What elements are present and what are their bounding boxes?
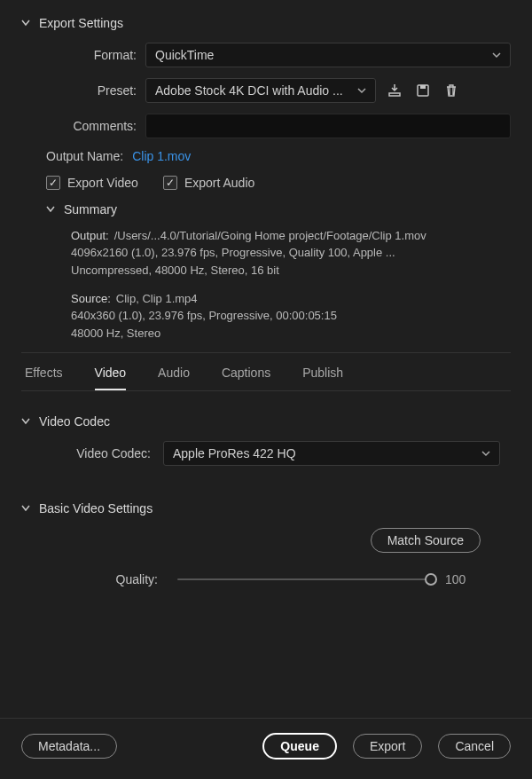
tab-publish[interactable]: Publish bbox=[302, 366, 343, 390]
twisty-icon[interactable] bbox=[21, 19, 30, 28]
format-row: Format: QuickTime bbox=[21, 43, 511, 67]
summary-output: Output:/Users/...4.0/Tutorial/Going Home… bbox=[21, 229, 511, 279]
twisty-icon[interactable] bbox=[21, 504, 30, 513]
preset-dropdown[interactable]: Adobe Stock 4K DCI with Audio ... bbox=[145, 78, 376, 103]
output-name-link[interactable]: Clip 1.mov bbox=[132, 149, 191, 163]
video-codec-header: Video Codec bbox=[21, 414, 511, 429]
comments-label: Comments: bbox=[21, 119, 145, 133]
quality-slider[interactable] bbox=[177, 578, 431, 580]
preset-label: Preset: bbox=[21, 83, 145, 98]
summary-header: Summary bbox=[21, 202, 511, 216]
chevron-down-icon bbox=[481, 449, 490, 458]
save-preset-icon[interactable] bbox=[413, 81, 433, 100]
svg-rect-1 bbox=[420, 85, 426, 89]
summary-output-label: Output: bbox=[71, 229, 109, 242]
chevron-down-icon bbox=[357, 86, 366, 95]
summary-source-label: Source: bbox=[71, 292, 111, 305]
tab-video[interactable]: Video bbox=[95, 366, 127, 390]
format-label: Format: bbox=[21, 48, 145, 62]
tab-audio[interactable]: Audio bbox=[158, 366, 190, 390]
video-codec-row: Video Codec: Apple ProRes 422 HQ bbox=[21, 441, 511, 466]
export-audio-checkbox[interactable]: Export Audio bbox=[163, 176, 254, 190]
checkbox-icon bbox=[163, 176, 177, 190]
format-value: QuickTime bbox=[155, 48, 214, 62]
output-name-row: Output Name: Clip 1.mov bbox=[21, 149, 511, 163]
delete-preset-icon[interactable] bbox=[442, 81, 461, 100]
export-audio-label: Export Audio bbox=[184, 176, 254, 190]
summary-source-line3: 48000 Hz, Stereo bbox=[71, 325, 511, 342]
basic-video-header: Basic Video Settings bbox=[21, 501, 511, 515]
summary-output-line1: /Users/...4.0/Tutorial/Going Home projec… bbox=[114, 229, 426, 242]
tab-captions[interactable]: Captions bbox=[222, 366, 270, 390]
preset-value: Adobe Stock 4K DCI with Audio ... bbox=[155, 83, 343, 98]
twisty-icon[interactable] bbox=[46, 205, 55, 214]
video-codec-value: Apple ProRes 422 HQ bbox=[173, 446, 296, 460]
video-codec-dropdown[interactable]: Apple ProRes 422 HQ bbox=[163, 441, 500, 466]
checkbox-icon bbox=[46, 176, 60, 190]
quality-value: 100 bbox=[445, 572, 475, 586]
video-codec-section-title: Video Codec bbox=[39, 414, 110, 429]
summary-source-line1: Clip, Clip 1.mp4 bbox=[116, 292, 198, 305]
slider-thumb-icon[interactable] bbox=[425, 573, 437, 586]
export-settings-header: Export Settings bbox=[21, 16, 511, 30]
basic-video-section-title: Basic Video Settings bbox=[39, 501, 153, 515]
comments-input[interactable] bbox=[145, 114, 511, 138]
import-preset-icon[interactable] bbox=[385, 81, 404, 100]
comments-row: Comments: bbox=[21, 114, 511, 138]
summary-output-line2: 4096x2160 (1.0), 23.976 fps, Progressive… bbox=[71, 244, 511, 262]
quality-row: Quality: 100 bbox=[21, 572, 511, 586]
export-video-label: Export Video bbox=[67, 176, 138, 190]
twisty-icon[interactable] bbox=[21, 417, 30, 426]
summary-source-line2: 640x360 (1.0), 23.976 fps, Progressive, … bbox=[71, 307, 511, 325]
metadata-button[interactable]: Metadata... bbox=[21, 734, 117, 759]
output-name-label: Output Name: bbox=[46, 149, 123, 163]
tab-effects[interactable]: Effects bbox=[25, 366, 63, 390]
preset-row: Preset: Adobe Stock 4K DCI with Audio ..… bbox=[21, 78, 511, 103]
export-button[interactable]: Export bbox=[353, 734, 422, 759]
format-dropdown[interactable]: QuickTime bbox=[145, 43, 511, 67]
export-video-checkbox[interactable]: Export Video bbox=[46, 176, 138, 190]
cancel-button[interactable]: Cancel bbox=[438, 734, 511, 759]
video-codec-label: Video Codec: bbox=[21, 446, 163, 460]
summary-output-line3: Uncompressed, 48000 Hz, Stereo, 16 bit bbox=[71, 262, 511, 279]
section-title: Export Settings bbox=[39, 16, 123, 30]
quality-label: Quality: bbox=[21, 572, 163, 586]
tabs: Effects Video Audio Captions Publish bbox=[21, 353, 511, 391]
summary-title: Summary bbox=[64, 202, 117, 216]
summary-source: Source:Clip, Clip 1.mp4 640x360 (1.0), 2… bbox=[21, 292, 511, 342]
queue-button[interactable]: Queue bbox=[262, 733, 337, 759]
match-source-button[interactable]: Match Source bbox=[371, 528, 481, 553]
chevron-down-icon bbox=[492, 51, 501, 59]
footer: Metadata... Queue Export Cancel bbox=[0, 718, 532, 779]
